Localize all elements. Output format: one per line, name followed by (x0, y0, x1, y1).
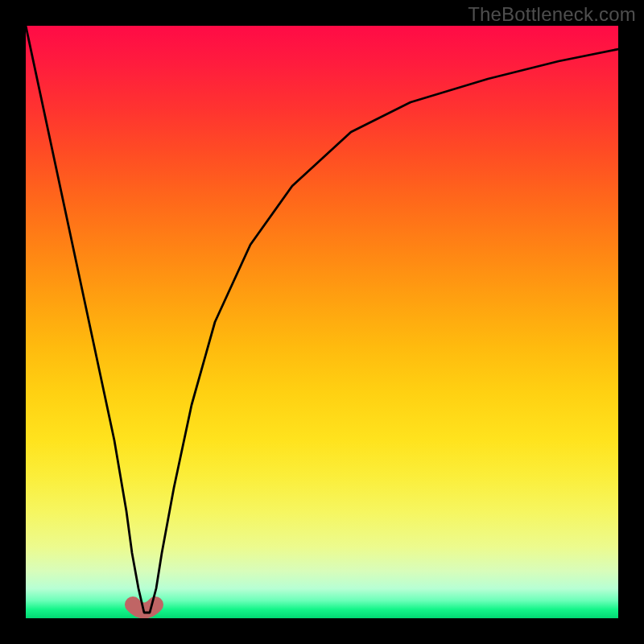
bottleneck-curve-line (26, 26, 618, 613)
outer-frame: TheBottleneck.com (0, 0, 644, 644)
chart-plot-area (26, 26, 618, 618)
chart-svg (26, 26, 618, 618)
watermark-text: TheBottleneck.com (468, 3, 636, 26)
